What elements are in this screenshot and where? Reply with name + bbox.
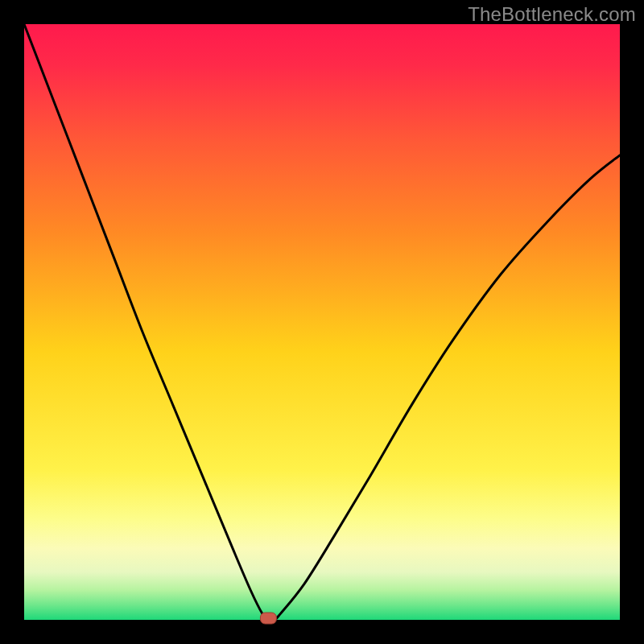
watermark-text: TheBottleneck.com [468, 3, 636, 26]
plot-background [24, 24, 620, 620]
optimum-marker [260, 613, 276, 624]
bottleneck-chart [24, 24, 620, 620]
chart-frame: TheBottleneck.com [0, 0, 644, 644]
